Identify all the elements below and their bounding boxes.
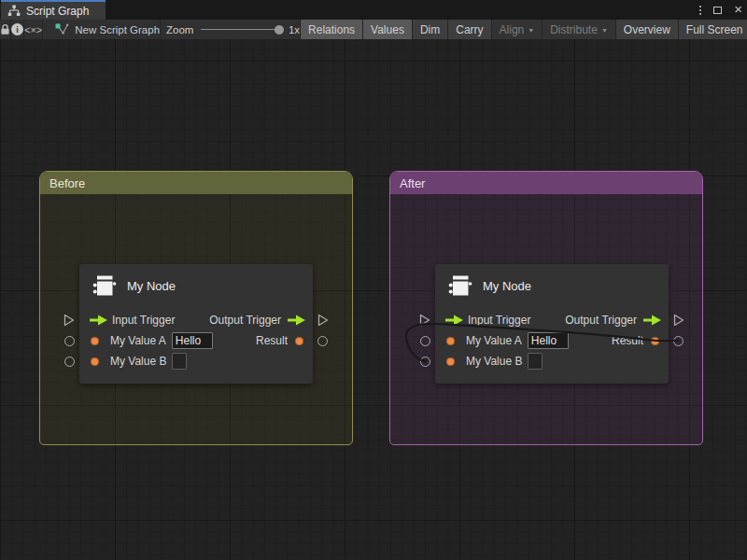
close-icon[interactable]: × — [734, 2, 742, 16]
node-my-node-after[interactable]: My Node Input Trigger Output Trigger — [435, 264, 669, 384]
graph-hierarchy-icon — [7, 5, 21, 17]
group-after-header[interactable]: After — [390, 172, 702, 194]
value-a-input[interactable] — [172, 332, 213, 349]
value-b-input[interactable] — [528, 353, 543, 370]
group-label: Before — [49, 176, 85, 190]
unit-icon — [91, 272, 119, 300]
output-trigger-label: Output Trigger — [209, 314, 281, 327]
value-a-row: My Value A Result — [79, 330, 313, 351]
trigger-row: Input Trigger Output Trigger — [435, 310, 669, 330]
fullscreen-button[interactable]: Full Screen — [679, 20, 747, 39]
window-menu-icon[interactable] — [699, 6, 701, 15]
tab-label: Script Graph — [26, 5, 89, 18]
node-title: My Node — [483, 279, 531, 293]
zoom-control: Zoom 1x — [161, 20, 301, 39]
relations-button[interactable]: Relations — [301, 20, 363, 39]
distribute-button[interactable]: Distribute ▼ — [543, 20, 616, 39]
value-b-port[interactable] — [91, 357, 99, 366]
node-header: My Node — [435, 264, 669, 307]
outer-result-port[interactable] — [317, 336, 328, 346]
zoom-slider-track[interactable] — [201, 29, 280, 30]
outer-value-a-port[interactable] — [64, 336, 75, 346]
value-a-label: My Value A — [466, 334, 522, 347]
align-button[interactable]: Align ▼ — [492, 20, 543, 39]
value-b-row: My Value B — [79, 351, 313, 371]
outer-flow-input-port[interactable] — [419, 314, 430, 330]
script-graph-window: Script Graph × i <×> — [0, 0, 747, 560]
zoom-slider-handle[interactable] — [275, 25, 284, 35]
value-a-port[interactable] — [446, 337, 455, 345]
result-label: Result — [612, 334, 643, 347]
graph-toolbar: i <×> New Script Graph Zoom 1x — [0, 20, 747, 40]
node-header: My Node — [79, 264, 313, 307]
chevron-down-icon: ▼ — [601, 27, 608, 34]
value-b-label: My Value B — [466, 355, 522, 368]
outer-flow-output-port[interactable] — [317, 314, 329, 330]
overview-button[interactable]: Overview — [616, 20, 679, 39]
outer-value-b-port[interactable] — [64, 357, 75, 367]
value-b-label: My Value B — [110, 355, 166, 368]
value-b-row: My Value B — [435, 351, 669, 371]
outer-flow-output-port[interactable] — [673, 314, 684, 330]
flow-input-icon[interactable] — [444, 315, 464, 326]
lock-button[interactable] — [0, 20, 11, 39]
window-controls: × — [699, 0, 742, 20]
value-a-port[interactable] — [91, 337, 99, 345]
carry-button[interactable]: Carry — [448, 20, 491, 39]
dim-button[interactable]: Dim — [413, 20, 448, 39]
graph-name-label: New Script Graph — [75, 24, 160, 35]
result-port[interactable] — [295, 337, 303, 345]
outer-flow-input-port[interactable] — [63, 314, 75, 330]
lock-icon — [0, 23, 10, 35]
value-a-input[interactable] — [528, 332, 569, 349]
info-button[interactable]: i — [11, 20, 24, 39]
info-icon: i — [11, 23, 23, 35]
trigger-row: Input Trigger Output Trigger — [79, 310, 313, 330]
value-a-row: My Value A Result — [435, 330, 669, 351]
chevron-down-icon: ▼ — [528, 27, 534, 34]
unit-icon — [446, 272, 474, 300]
node-title: My Node — [127, 279, 176, 293]
group-label: After — [400, 176, 425, 190]
flow-output-icon[interactable] — [642, 315, 662, 326]
graph-title-area: New Script Graph — [43, 20, 161, 39]
tab-bar: Script Graph × — [0, 0, 747, 20]
value-b-port[interactable] — [446, 357, 455, 366]
tab-script-graph[interactable]: Script Graph — [1, 0, 106, 20]
value-a-label: My Value A — [110, 334, 166, 347]
result-port[interactable] — [651, 337, 659, 345]
input-trigger-label: Input Trigger — [112, 314, 175, 327]
graph-canvas[interactable]: Before After My Nod — [0, 39, 747, 560]
graph-node-icon — [55, 23, 69, 35]
outer-result-port[interactable] — [673, 336, 684, 346]
value-b-input[interactable] — [172, 353, 187, 370]
outer-value-b-port[interactable] — [420, 357, 430, 367]
values-button[interactable]: Values — [363, 20, 413, 39]
input-trigger-label: Input Trigger — [468, 314, 530, 327]
outer-value-a-port[interactable] — [420, 336, 430, 346]
code-preview-button[interactable]: <×> — [24, 20, 43, 39]
output-trigger-label: Output Trigger — [565, 314, 637, 327]
flow-output-icon[interactable] — [287, 315, 306, 326]
maximize-icon[interactable] — [713, 7, 722, 14]
result-label: Result — [256, 334, 288, 347]
zoom-value: 1x — [289, 24, 300, 35]
code-icon: <×> — [24, 24, 42, 35]
flow-input-icon[interactable] — [89, 315, 108, 326]
group-before-header[interactable]: Before — [40, 172, 352, 194]
zoom-label: Zoom — [166, 24, 193, 35]
node-my-node-before[interactable]: My Node Input Trigger Output Trigger — [79, 264, 313, 384]
